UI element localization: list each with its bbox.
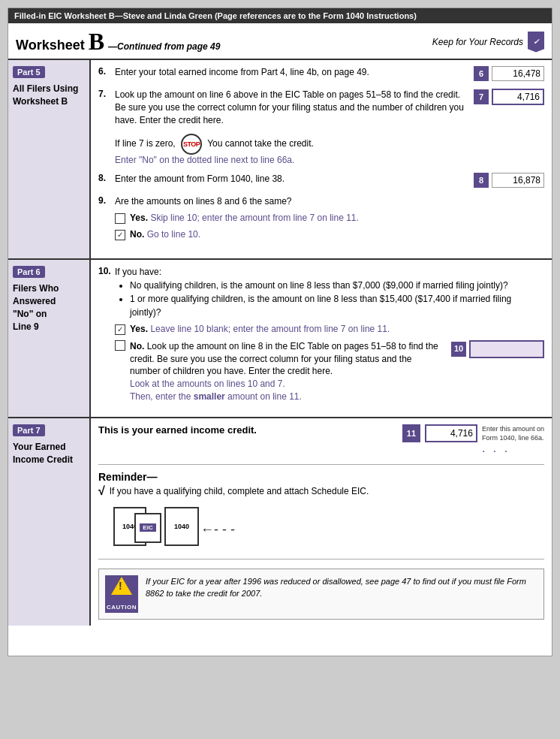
part6-label: Part 6 Filers Who Answered "No" on Line … <box>8 260 91 416</box>
q9-yes-row: Yes. Skip line 10; enter the amount from… <box>115 213 544 225</box>
dashed-arrow: ←- - - <box>200 522 235 538</box>
q9-text: Are the amounts on lines 8 and 6 the sam… <box>115 195 544 245</box>
keep-records-area: Keep for Your Records ✓ <box>432 32 544 53</box>
divider2 <box>98 559 544 560</box>
reminder-heading: Reminder— <box>98 471 544 483</box>
bottom-padding <box>8 626 552 656</box>
line11-area: 11 4,716 Enter this amount onForm 1040, … <box>402 424 544 458</box>
q10-box-area: 10 <box>451 340 544 358</box>
enter-note-area: Enter this amount onForm 1040, line 66a.… <box>482 424 544 458</box>
if-zero-prefix: If line 7 is zero, <box>115 139 176 149</box>
caution-label: CAUTION <box>107 604 137 611</box>
q8-box-num: 8 <box>474 173 489 188</box>
part6-content: 10. If you have: No qualifying children,… <box>91 260 552 416</box>
q10-bullets: No qualifying children, is the amount on… <box>130 279 544 319</box>
q10-no-text: No. Look up the amount on line 8 in the … <box>130 340 444 403</box>
q7-box-area: 7 4,716 <box>469 89 544 105</box>
worksheet-label: Worksheet B —Continued from page 49 <box>16 38 220 53</box>
bookmark-check: ✓ <box>533 38 539 46</box>
q10-no-row: No. Look up the amount on line 8 in the … <box>115 340 544 403</box>
q10-value <box>469 340 544 358</box>
reminder-item: √ If you have a qualifying child, comple… <box>98 486 544 498</box>
q9-no-detail: Go to line 10. <box>147 229 200 240</box>
q10-no-content: No. Look up the amount on line 8 in the … <box>130 340 544 403</box>
part6-section: Part 6 Filers Who Answered "No" on Line … <box>8 260 552 418</box>
q9-no-label: No. Go to line 10. <box>130 229 200 241</box>
part7-label-text: Your Earned Income Credit <box>13 441 85 466</box>
q9-yes-detail: Skip line 10; enter the amount from line… <box>150 213 359 223</box>
worksheet-letter: B <box>89 28 104 55</box>
part7-section: Part 7 Your Earned Income Credit This is… <box>8 418 552 626</box>
doc-eic-label: EIC <box>140 523 155 532</box>
stop-sign: STOP <box>181 134 202 155</box>
q9-no-checkbox[interactable] <box>115 230 125 240</box>
doc-1040-back: 1040 <box>164 507 199 546</box>
q7-value: 4,716 <box>492 89 544 105</box>
q6-num: 6. <box>98 66 115 77</box>
question-8: 8. Enter the amount from Form 1040, line… <box>98 173 544 188</box>
line11-box-num: 11 <box>402 424 420 442</box>
q10-bullet2: 1 or more qualifying children, is the am… <box>130 292 544 319</box>
q10-yes-detail: Leave line 10 blank; enter the amount fr… <box>150 324 390 334</box>
q10-yes-row: Yes. Leave line 10 blank; enter the amou… <box>115 324 544 336</box>
top-bar: Filled-in EIC Worksheet B—Steve and Lind… <box>8 8 552 23</box>
q10-yes-label: Yes. Leave line 10 blank; enter the amou… <box>130 324 390 336</box>
q10-box-num: 10 <box>451 342 466 357</box>
purple-dots: · · · <box>482 445 510 458</box>
question-9: 9. Are the amounts on lines 8 and 6 the … <box>98 195 544 245</box>
earned-income-row: This is your earned income credit. 11 4,… <box>98 424 544 458</box>
question-7: 7. Look up the amount on line 6 above in… <box>98 89 544 126</box>
if-zero-suffix: You cannot take the credit. <box>207 139 314 149</box>
part5-label: Part 5 All Filers Using Worksheet B <box>8 60 91 258</box>
enter-note-text: Enter this amount onForm 1040, line 66a. <box>482 424 544 443</box>
worksheet-header: Worksheet B —Continued from page 49 Keep… <box>8 23 552 60</box>
worksheet-title-area: Worksheet B —Continued from page 49 <box>16 28 220 56</box>
line11-value: 4,716 <box>425 424 477 442</box>
enter-no-text: Enter "No" on the dotted line next to li… <box>115 155 294 165</box>
q6-box-num: 6 <box>474 66 489 81</box>
part5-label-text: All Filers Using Worksheet B <box>13 83 85 108</box>
worksheet-continued: —Continued from page 49 <box>108 41 220 52</box>
part5-badge: Part 5 <box>13 66 45 78</box>
q10-text: If you have: No qualifying children, is … <box>115 266 544 403</box>
top-bar-text: Filled-in EIC Worksheet B—Steve and Lind… <box>14 11 417 20</box>
part7-content: This is your earned income credit. 11 4,… <box>91 418 552 626</box>
q10-no-note2: Then, enter the smaller amount on line 1… <box>130 391 302 402</box>
q7-box-num: 7 <box>474 89 489 104</box>
q10-no-inner: No. Look up the amount on line 8 in the … <box>130 340 544 403</box>
q7-num: 7. <box>98 89 115 99</box>
part5-section: Part 5 All Filers Using Worksheet B 6. E… <box>8 60 552 260</box>
q6-value: 16,478 <box>492 66 544 81</box>
q7-text: Look up the amount on line 6 above in th… <box>115 89 469 126</box>
q10-yes-checkbox[interactable] <box>115 324 125 335</box>
part6-label-text: Filers Who Answered "No" on Line 9 <box>13 282 85 333</box>
doc-eic: EIC <box>134 513 161 543</box>
q8-text: Enter the amount from Form 1040, line 38… <box>115 173 469 186</box>
q10-bullet1: No qualifying children, is the amount on… <box>130 279 544 292</box>
q8-box-area: 8 16,878 <box>469 173 544 188</box>
q6-box-area: 6 16,478 <box>469 66 544 81</box>
question-6: 6. Enter your total earned income from P… <box>98 66 544 81</box>
part5-content: 6. Enter your total earned income from P… <box>91 60 552 258</box>
q10-no-checkbox[interactable] <box>115 340 125 351</box>
caution-triangle <box>111 577 132 595</box>
bookmark-icon: ✓ <box>528 32 544 53</box>
caution-box: CAUTION If your EIC for a year after 199… <box>98 569 544 620</box>
earned-income-text: This is your earned income credit. <box>98 424 257 436</box>
caution-icon: CAUTION <box>105 575 138 613</box>
divider <box>98 464 544 465</box>
q10-no-note1: Look at the amounts on lines 10 and 7. <box>130 379 285 389</box>
q9-yes-checkbox[interactable] <box>115 213 125 224</box>
question-10: 10. If you have: No qualifying children,… <box>98 266 544 403</box>
part6-badge: Part 6 <box>13 266 45 278</box>
if-zero-row: If line 7 is zero, STOP You cannot take … <box>115 134 544 165</box>
checkmark-symbol: √ <box>98 484 105 498</box>
q8-value: 16,878 <box>492 173 544 188</box>
q9-no-row: No. Go to line 10. <box>115 229 544 241</box>
keep-records-text: Keep for Your Records <box>432 37 523 47</box>
q8-num: 8. <box>98 173 115 183</box>
doc-icons-area: 1040 EIC 1040 ←- - - <box>113 504 544 553</box>
reminder-text: If you have a qualifying child, complete… <box>110 486 369 496</box>
part7-badge: Part 7 <box>13 424 45 436</box>
q6-text: Enter your total earned income from Part… <box>115 66 469 79</box>
